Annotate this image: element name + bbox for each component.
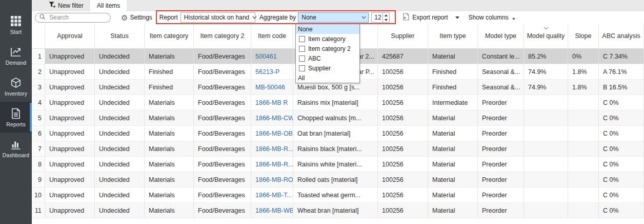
sidebar-item-start[interactable]: Start (0, 9, 32, 40)
report-select-value: Historical stock on hand (184, 14, 249, 21)
cell-item-type: Finished (428, 80, 478, 95)
checkbox[interactable] (299, 65, 305, 71)
cell-supplier: 100256 (378, 141, 428, 157)
column-header-approval[interactable]: Approval (45, 24, 95, 49)
table-row[interactable]: 6UnapprovedUndecidedMaterialsFood/Bevera… (32, 126, 644, 141)
column-header-item-type[interactable]: Item type (428, 24, 478, 49)
sidebar-item-inventory[interactable]: Inventory (0, 71, 32, 102)
periods-stepper[interactable]: 12 (371, 12, 390, 23)
table-row[interactable]: 5UnapprovedUndecidedMaterialsFood/Bevera… (32, 110, 644, 126)
cell-item-code[interactable]: 56213-P (251, 64, 293, 80)
aggregate-option-abc[interactable]: ABC (296, 53, 359, 63)
cell-approval: Unapproved (45, 95, 95, 110)
aggregate-option-label: All (298, 74, 305, 82)
cell-abc-analysis: B 16.5% (599, 80, 644, 95)
tab-new-filter[interactable]: New filter (42, 0, 90, 11)
cell-approval: Unapproved (45, 126, 95, 141)
table-row[interactable]: 7UnapprovedUndecidedMaterialsFood/Bevera… (32, 141, 644, 157)
cell-abc-analysis: C 0% (599, 141, 644, 157)
sidebar-item-demand[interactable]: Demand (0, 40, 32, 71)
aggregate-option-all[interactable]: All (296, 73, 359, 83)
export-report-button[interactable]: Export report (403, 13, 459, 22)
document-icon (10, 107, 22, 120)
column-header-item-category[interactable]: Item category (145, 24, 194, 49)
cell-status: Undecided (95, 80, 145, 95)
export-dropdown-arrow-icon[interactable] (455, 16, 459, 19)
cell-item-code[interactable]: 1866-MB-OB (251, 126, 293, 141)
cell-item-code[interactable]: MB-50046 (251, 80, 293, 95)
table-row[interactable]: 9UnapprovedUndecidedMaterialsFood/Bevera… (32, 172, 644, 188)
column-header-model-quality[interactable]: Model quality (524, 24, 568, 49)
tab-all-items[interactable]: All items (90, 0, 127, 11)
sidebar-item-label: Reports (6, 121, 25, 127)
cell-model-quality: 74.9% (524, 64, 568, 80)
sidebar-item-dashboard[interactable]: Dashboard (0, 133, 32, 163)
cell-approval: Unapproved (45, 203, 95, 218)
cell-item-description: Chopped walnuts [m... (293, 110, 378, 126)
cell-approval: Unapproved (45, 172, 95, 188)
cell-item-code[interactable]: 500461 (251, 49, 293, 64)
cell-slope (568, 126, 599, 141)
search-input[interactable] (48, 13, 106, 22)
cube-icon (10, 77, 22, 89)
table-row[interactable]: 11UnapprovedUndecidedMaterialsFood/Bever… (32, 203, 644, 218)
cell-item-code[interactable]: 1866-MB-WB (251, 203, 293, 218)
cell-supplier: 100256 (378, 126, 428, 141)
column-header-slope[interactable]: Slope (568, 24, 599, 49)
aggregate-option-supplier[interactable]: Supplier (296, 63, 359, 73)
cell-item-category-2: Food/Beverages (194, 203, 251, 218)
row-number: 6 (32, 126, 45, 141)
cell-supplier: 100256 (378, 64, 428, 80)
cell-item-code[interactable]: 1866-MB-R... (251, 141, 293, 157)
trend-chart-icon (10, 46, 22, 58)
aggregate-by-select[interactable]: None (298, 12, 369, 23)
settings-button[interactable]: ⚙ Settings (121, 14, 152, 22)
cell-abc-analysis: C 0% (599, 172, 644, 188)
sidebar-item-reports[interactable]: Reports (0, 102, 32, 133)
column-header-abc-analysis[interactable]: ABC analysis (599, 24, 644, 49)
cell-supplier: 100256 (378, 157, 428, 172)
aggregate-option-item-category[interactable]: Item category (296, 34, 359, 44)
column-header-item-code[interactable]: Item code (251, 24, 293, 49)
column-header-supplier[interactable]: Supplier (378, 24, 428, 49)
column-header-item-category-2[interactable]: Item category 2 (194, 24, 251, 49)
tab-label: New filter (58, 2, 84, 9)
column-header-model-type[interactable]: Model type (478, 24, 524, 49)
cell-item-code[interactable]: 1866-MB-CW (251, 110, 293, 126)
cell-model-type: Preorder (478, 203, 524, 218)
cell-status: Undecided (95, 141, 145, 157)
search-box[interactable] (35, 13, 111, 23)
cell-item-code[interactable]: 1866-MB-R... (251, 157, 293, 172)
table-row[interactable]: 4UnapprovedUndecidedMaterialsFood/Bevera… (32, 95, 644, 110)
cell-model-type: Seasonal &... (478, 80, 524, 95)
cell-slope (568, 172, 599, 188)
aggregate-option-none[interactable]: None (296, 24, 359, 34)
cell-item-code[interactable]: 1866-MB-RO (251, 172, 293, 188)
stepper-down-button[interactable] (383, 17, 389, 22)
checkbox[interactable] (299, 36, 305, 42)
table-row[interactable]: 10UnapprovedUndecidedMaterialsFood/Bever… (32, 188, 644, 203)
cell-item-description: Wheat bran [material] (293, 203, 378, 218)
aggregate-by-dropdown: NoneItem categoryItem category 2ABCSuppl… (295, 24, 360, 83)
cell-approval: Unapproved (45, 49, 95, 64)
checkbox[interactable] (299, 46, 305, 52)
stepper-up-button[interactable] (383, 13, 389, 17)
report-select[interactable]: Historical stock on hand (180, 12, 255, 23)
cell-status: Undecided (95, 64, 145, 80)
checkbox[interactable] (299, 55, 305, 62)
cell-item-description: Raisins white [materi... (293, 157, 378, 172)
cell-item-code[interactable]: 1866-MB-T... (251, 188, 293, 203)
tab-label: All items (97, 2, 120, 9)
cell-model-quality (524, 172, 568, 188)
show-columns-button[interactable]: Show columns (469, 14, 515, 21)
cell-item-type: Material (428, 157, 478, 172)
column-header-status[interactable]: Status (95, 24, 145, 49)
table-row[interactable]: 8UnapprovedUndecidedMaterialsFood/Bevera… (32, 157, 644, 172)
cell-item-category-2: Food/Beverages (194, 126, 251, 141)
sidebar-item-label: Dashboard (3, 152, 29, 158)
sidebar-item-label: Start (10, 29, 22, 35)
aggregate-option-item-category-2[interactable]: Item category 2 (296, 44, 359, 53)
cell-supplier: 100256 (378, 80, 428, 95)
cell-slope (568, 188, 599, 203)
cell-item-code[interactable]: 1866-MB R (251, 95, 293, 110)
